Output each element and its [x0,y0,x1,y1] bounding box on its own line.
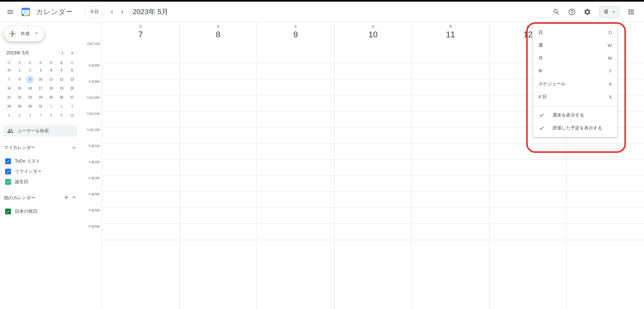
hour-gridline [102,192,644,192]
view-menu-toggle[interactable]: 辞退した予定を表示する [533,122,617,135]
svg-text:11: 11 [24,10,28,14]
mini-cal-day[interactable]: 19 [56,84,67,93]
view-menu-item[interactable]: 年Y [533,65,617,78]
main-menu-button[interactable] [3,4,18,20]
mini-cal-day[interactable]: 18 [46,84,56,93]
view-switcher-button[interactable]: 週 [599,6,620,18]
mini-cal-day[interactable]: 16 [25,84,35,93]
calendar-list-item[interactable]: 日本の祝日 [4,206,77,217]
mini-cal-day[interactable]: 2 [56,102,67,111]
section-title: マイカレンダー [4,145,35,151]
help-button[interactable] [564,4,580,20]
mini-cal-day[interactable]: 24 [35,93,46,102]
view-menu-item[interactable]: 日D [533,26,617,39]
mini-cal-day[interactable]: 8 [14,75,25,84]
view-menu-item[interactable]: 週W [533,39,617,52]
mini-cal-day[interactable]: 4 [4,111,14,120]
app-logo-block: 11 カレンダー [19,5,73,18]
sidebar: 作成 2023年 5月 日月火水木金土301234567891011121314… [0,22,82,309]
mini-cal-day[interactable]: 27 [67,93,77,102]
mini-cal-day[interactable]: 23 [25,93,35,102]
mini-cal-day[interactable]: 4 [46,66,56,75]
mini-cal-day[interactable]: 9 [56,111,67,120]
mini-cal-day[interactable]: 3 [35,66,46,75]
view-menu-item[interactable]: 月M [533,52,617,65]
checkbox-checked-icon[interactable] [5,158,11,164]
checkbox-checked-icon[interactable] [5,209,11,214]
mini-cal-day[interactable]: 29 [14,102,25,111]
mini-cal-day[interactable]: 21 [4,93,14,102]
day-column-header[interactable]: 日7 [102,22,179,49]
mini-cal-day[interactable]: 7 [35,111,46,120]
mini-cal-day[interactable]: 30 [4,66,14,75]
checkbox-checked-icon[interactable] [5,179,11,185]
view-menu-item[interactable]: 4 日X [533,90,617,103]
mini-cal-day[interactable]: 9 [25,75,35,84]
today-button[interactable]: 今日 [86,6,103,18]
mini-cal-day[interactable]: 25 [46,93,56,102]
mini-cal-day[interactable]: 14 [4,84,14,93]
my-calendars-section-header[interactable]: マイカレンダー [4,142,77,154]
mini-cal-day[interactable]: 31 [35,102,46,111]
mini-cal-day[interactable]: 15 [14,84,25,93]
mini-cal-dow: 土 [67,60,77,66]
mini-cal-dow: 木 [46,60,56,66]
apps-grid-icon [627,8,635,16]
mini-cal-day[interactable]: 8 [46,111,56,120]
time-label: 午前7時 [82,49,102,61]
mini-cal-day[interactable]: 11 [46,75,56,84]
hour-gridline [102,240,644,240]
mini-cal-day[interactable]: 5 [56,66,67,75]
day-column-header[interactable]: 火9 [257,22,334,49]
mini-cal-day[interactable]: 2 [25,66,35,75]
mini-cal-prev[interactable] [59,49,66,57]
mini-cal-day[interactable]: 10 [67,111,77,120]
next-week-button[interactable] [117,7,128,17]
search-button[interactable] [549,4,564,20]
mini-cal-day[interactable]: 28 [4,102,14,111]
mini-cal-day[interactable]: 5 [14,111,25,120]
calendar-list-item[interactable]: ToDo リスト [4,156,77,166]
mini-cal-day[interactable]: 10 [35,75,46,84]
mini-cal-day[interactable]: 7 [4,75,14,84]
mini-cal-day[interactable]: 6 [25,111,35,120]
mini-cal-day[interactable]: 22 [14,93,25,102]
google-apps-button[interactable] [623,4,639,20]
day-column[interactable] [179,49,257,309]
mini-cal-day[interactable]: 3 [67,102,77,111]
day-column-header[interactable]: 水10 [334,22,412,49]
mini-cal-next[interactable] [68,49,76,57]
mini-cal-title: 2023年 5月 [6,50,29,56]
mini-cal-day[interactable]: 13 [67,75,77,84]
add-other-calendar-button[interactable] [63,194,70,202]
view-menu-toggle[interactable]: 週末を表示する [533,109,617,122]
day-of-week-label: 火 [257,24,334,29]
day-column[interactable] [334,49,412,309]
day-column[interactable] [412,49,489,309]
prev-week-button[interactable] [107,7,117,17]
day-column-header[interactable]: 月8 [179,22,257,49]
day-of-month-label: 11 [412,30,489,40]
calendar-list-item[interactable]: リマインダー [4,166,77,177]
day-column[interactable] [257,49,334,309]
mini-cal-day[interactable]: 6 [67,66,77,75]
view-menu-item-label: 月 [538,55,543,61]
day-column-header[interactable]: 木11 [412,22,489,49]
calendar-list-item[interactable]: 誕生日 [4,177,77,187]
mini-cal-day[interactable]: 20 [67,84,77,93]
mini-cal-day[interactable]: 1 [14,66,25,75]
settings-button[interactable] [580,4,595,20]
mini-cal-day[interactable]: 26 [56,93,67,102]
mini-cal-day[interactable]: 12 [56,75,67,84]
check-icon [538,112,545,118]
search-people-input[interactable]: ユーザーを検索 [4,125,77,137]
mini-cal-day[interactable]: 30 [25,102,35,111]
checkbox-checked-icon[interactable] [5,169,11,174]
day-column[interactable] [102,49,179,309]
view-menu-item[interactable]: スケジュールA [533,78,617,90]
other-calendars-section-header[interactable]: 他のカレンダー [4,192,77,204]
day-of-month-label: 8 [180,30,257,40]
create-button[interactable]: 作成 [4,26,44,42]
mini-cal-day[interactable]: 1 [46,102,56,111]
mini-cal-day[interactable]: 17 [35,84,46,93]
